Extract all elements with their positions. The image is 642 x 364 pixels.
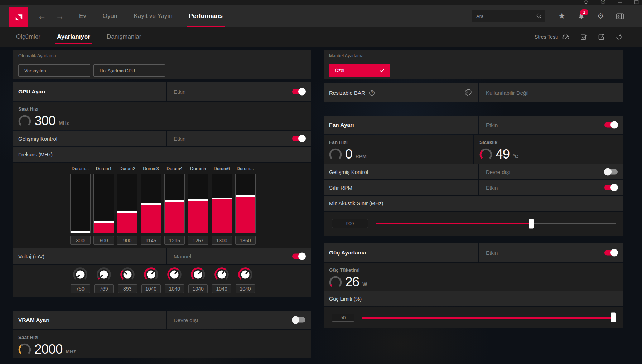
freq-state-bar[interactable] [212,174,232,233]
freq-state-value[interactable]: 600 [93,236,114,245]
voltage-knob-value[interactable]: 1040 [236,284,255,293]
voltage-knob[interactable] [96,267,111,282]
voltage-toggle[interactable] [292,254,305,259]
freq-state-value[interactable]: 900 [117,236,137,245]
freq-bar-handle[interactable] [141,203,161,205]
voltage-knob[interactable] [120,267,135,282]
resizable-bar-status: Kullanılabilir Değil [486,90,528,96]
voltage-knob-value[interactable]: 750 [71,284,90,293]
voltage-knob[interactable] [214,267,229,282]
fan-advanced-label: Gelişmiş Kontrol [329,169,368,175]
amd-logo[interactable] [9,7,28,27]
freq-state-label: Durum6 [209,166,234,171]
voltage-knob[interactable] [167,267,182,282]
freq-state-value[interactable]: 300 [70,236,91,245]
freq-state-bar[interactable] [188,174,208,233]
voltage-knob-value[interactable]: 1040 [212,284,231,293]
export-profile-icon[interactable] [598,33,605,41]
voltage-knob-value[interactable]: 1040 [165,284,184,293]
reset-icon[interactable] [615,33,622,40]
load-profile-icon[interactable] [580,33,588,41]
voltage-row: Voltaj (mV) Manuel [13,248,311,264]
manual-tuning-panel: Manüel Ayarlama Özel [324,50,623,79]
freq-state-value[interactable]: 1360 [235,236,256,245]
collapse-panel-icon[interactable] [616,12,624,20]
freq-state-value[interactable]: 1215 [164,236,185,245]
minimize-icon[interactable] [617,0,622,4]
freq-bar-handle[interactable] [165,200,184,202]
tab-danışmanlar[interactable]: Danışmanlar [107,27,141,47]
power-limit-input[interactable] [332,314,354,322]
zero-rpm-toggle[interactable] [604,185,618,190]
maximize-icon[interactable] [634,0,639,4]
notifications-bell-icon[interactable]: 2 [577,12,585,20]
fan-advanced-toggle[interactable] [604,169,618,175]
nav-item-performans[interactable]: Performans [189,5,223,27]
freq-bar-handle[interactable] [188,199,208,201]
freq-bar-handle[interactable] [212,198,232,199]
forward-button[interactable]: → [55,12,64,20]
power-tuning-status: Etkin [486,250,498,256]
voltage-knob-value[interactable]: 769 [94,284,114,293]
freq-state-bar[interactable] [141,174,161,233]
nav-item-oyun[interactable]: Oyun [103,5,117,27]
power-limit-slider-handle[interactable] [611,313,616,322]
power-consumption-block: Güç Tüketimi 26 W [324,263,623,291]
power-consumption-label: Güç Tüketimi [324,263,623,273]
gpu-clock-unit: MHz [59,120,69,126]
temperature-value: 49 [496,147,510,162]
search-icon [536,13,542,19]
power-tuning-toggle[interactable] [604,250,618,256]
voltage-knob-value[interactable]: 1040 [188,284,208,293]
freq-state-value[interactable]: 1257 [188,236,208,245]
svg-text:?: ? [602,0,604,3]
resizable-bar-help-icon[interactable]: ? [369,90,375,96]
gpu-advanced-toggle[interactable] [292,136,305,141]
custom-button[interactable]: Özel [329,64,390,77]
min-acoustic-label: Min Akustik Sınır (MHz) [329,200,383,206]
min-acoustic-input[interactable] [332,219,368,228]
search-box[interactable] [472,10,545,22]
voltage-knob[interactable] [238,267,253,282]
vram-tuning-toggle[interactable] [292,317,305,323]
freq-bar-handle[interactable] [94,221,114,223]
nav-item-ev[interactable]: Ev [79,5,86,27]
bug-report-icon[interactable] [583,0,589,4]
voltage-knob[interactable] [190,267,206,282]
voltage-knob[interactable] [73,267,88,282]
power-limit-slider[interactable] [362,317,616,319]
min-acoustic-slider[interactable] [376,223,616,224]
power-consumption-unit: W [362,281,367,287]
voltage-knob-value[interactable]: 893 [118,284,137,293]
tab-ölçümler[interactable]: Ölçümler [16,27,40,47]
performance-subnav: ÖlçümlerAyarlanıyorDanışmanlar Stres Tes… [0,27,642,47]
voltage-knob[interactable] [144,267,159,282]
favorites-star-icon[interactable]: ★ [557,12,566,20]
voltage-knob-value[interactable]: 1040 [141,284,161,293]
power-tuning-header-row: Güç Ayarlama Etkin [324,243,623,262]
gpu-tuning-toggle[interactable] [292,89,305,94]
freq-state-bar[interactable] [93,174,114,233]
back-button[interactable]: ← [38,12,46,20]
default-button[interactable]: Varsayılan [18,64,90,77]
help-icon[interactable]: ? [600,0,605,4]
oc-gpu-button[interactable]: Hız Aşırtma GPU [93,64,165,77]
freq-bar-handle[interactable] [236,195,255,197]
freq-state-value[interactable]: 1145 [141,236,161,245]
nav-item-kayıt-ve-yayın[interactable]: Kayıt ve Yayın [134,5,172,27]
freq-state-bar[interactable] [117,174,137,233]
tab-ayarlanıyor[interactable]: Ayarlanıyor [57,27,90,47]
freq-state-label: Durum5 [185,166,211,171]
freq-state-bar[interactable] [164,174,185,233]
freq-state-bar[interactable] [70,174,91,233]
freq-bar-handle[interactable] [117,211,137,213]
settings-gear-icon[interactable]: ⚙ [596,12,605,20]
stress-test-button[interactable]: Stres Testi [535,33,570,41]
freq-bar-handle[interactable] [71,231,90,233]
search-input[interactable] [472,14,545,19]
freq-state-bar[interactable] [235,174,256,233]
vram-tuning-status: Devre dışı [174,317,198,323]
fan-tuning-toggle[interactable] [604,122,618,128]
min-acoustic-slider-handle[interactable] [529,219,534,228]
freq-state-value[interactable]: 1300 [212,236,232,245]
